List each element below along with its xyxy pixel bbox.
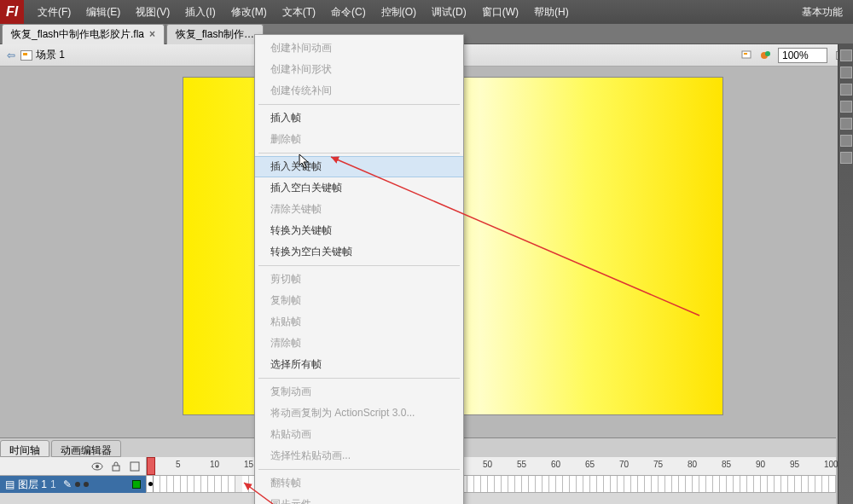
scene-icon	[20, 50, 32, 61]
app-topbar: Fl 文件(F) 编辑(E) 视图(V) 插入(I) 修改(M) 文本(T) 命…	[0, 0, 853, 24]
ctx-item: 创建补间动画	[255, 38, 463, 59]
ctx-item[interactable]: 选择所有帧	[255, 354, 463, 375]
ruler-tick: 75	[653, 460, 663, 469]
menu-command[interactable]: 命令(C)	[324, 2, 373, 23]
menubar: 文件(F) 编辑(E) 视图(V) 插入(I) 修改(M) 文本(T) 命令(C…	[31, 2, 576, 23]
ruler-tick: 65	[585, 460, 595, 469]
context-menu: 创建补间动画创建补间形状创建传统补间插入帧删除帧插入关键帧插入空白关键帧清除关键…	[254, 34, 464, 504]
pencil-icon: ✎	[63, 478, 72, 490]
close-icon[interactable]: ×	[149, 28, 155, 40]
menu-file[interactable]: 文件(F)	[31, 2, 78, 23]
layer-page-icon: ▤	[5, 478, 15, 490]
tab-motion-editor[interactable]: 动画编辑器	[51, 440, 121, 457]
ctx-item[interactable]: 转换为空白关键帧	[255, 241, 463, 263]
ruler-tick: 50	[483, 460, 492, 469]
ctx-item: 将动画复制为 ActionScript 3.0...	[255, 403, 463, 424]
ctx-item: 创建传统补间	[255, 80, 463, 101]
menu-separator	[258, 104, 460, 105]
layer-name[interactable]: ▤ 图层 1 1 ✎	[0, 476, 147, 493]
menu-separator	[258, 378, 460, 379]
panel-chip-icon[interactable]	[840, 49, 852, 61]
menu-text[interactable]: 文本(T)	[276, 2, 322, 23]
ctx-item: 复制帧	[255, 290, 463, 311]
frame-marker[interactable]	[235, 476, 242, 492]
ruler-tick: 95	[790, 460, 799, 469]
outline-color-icon[interactable]	[132, 480, 141, 489]
menu-edit[interactable]: 编辑(E)	[79, 2, 127, 23]
ruler-tick: 55	[517, 460, 526, 469]
menu-modify[interactable]: 修改(M)	[224, 2, 274, 23]
menu-separator	[258, 265, 460, 266]
lock-icon[interactable]	[110, 461, 122, 472]
ctx-item: 删除帧	[255, 129, 463, 150]
app-logo: Fl	[0, 0, 24, 24]
ctx-item: 翻转帧	[255, 472, 463, 494]
workspace-switcher[interactable]: 基本功能	[792, 2, 853, 23]
ruler-tick: 70	[619, 460, 629, 469]
menu-separator	[258, 469, 460, 470]
zoom-input[interactable]	[778, 48, 827, 63]
layer-label: 图层 1	[18, 478, 47, 492]
lock-dot-icon[interactable]	[84, 482, 89, 487]
doc-tab-label: 恢复_flash制作…	[176, 27, 254, 42]
right-panel-dock[interactable]	[838, 44, 853, 504]
layer-index: 1	[50, 478, 56, 490]
edit-scene-icon[interactable]	[740, 49, 754, 62]
ctx-item: 粘贴动画	[255, 424, 463, 445]
svg-point-7	[96, 465, 99, 468]
ruler-tick: 85	[722, 460, 731, 469]
ctx-item: 选择性粘贴动画...	[255, 445, 463, 466]
svg-rect-8	[113, 466, 119, 471]
panel-chip-icon[interactable]	[840, 118, 852, 130]
panel-chip-icon[interactable]	[840, 67, 852, 78]
menu-help[interactable]: 帮助(H)	[527, 2, 576, 23]
svg-rect-9	[131, 462, 139, 471]
ruler-tick: 90	[756, 460, 765, 469]
keyframe[interactable]	[147, 476, 154, 492]
menu-view[interactable]: 视图(V)	[129, 2, 177, 23]
panel-chip-icon[interactable]	[840, 135, 852, 147]
ctx-item: 清除关键帧	[255, 199, 463, 220]
ctx-item[interactable]: 插入空白关键帧	[255, 177, 463, 199]
ruler-tick: 80	[688, 460, 697, 469]
ctx-item: 粘贴帧	[255, 311, 463, 333]
ruler-tick: 10	[210, 460, 219, 469]
outline-icon[interactable]	[129, 461, 141, 472]
ruler-tick: 100	[824, 460, 838, 469]
svg-point-3	[765, 51, 770, 56]
menu-debug[interactable]: 调试(D)	[425, 2, 473, 23]
ctx-item: 同步元件	[255, 494, 463, 504]
edit-symbols-icon[interactable]	[759, 49, 773, 62]
ruler-tick: 60	[551, 460, 560, 469]
menu-window[interactable]: 窗口(W)	[475, 2, 525, 23]
playhead[interactable]	[147, 457, 155, 475]
ctx-item: 剪切帧	[255, 269, 463, 290]
menu-separator	[258, 153, 460, 154]
ctx-item[interactable]: 转换为关键帧	[255, 220, 463, 241]
frames-track[interactable]	[147, 476, 836, 493]
ctx-item: 复制动画	[255, 381, 463, 403]
visible-dot-icon[interactable]	[75, 482, 80, 487]
doc-tab-label: 恢复_flash中制作电影胶片.fla	[11, 27, 144, 42]
frame-ruler[interactable]: 5101520253035404550556065707580859095100	[147, 457, 836, 475]
ruler-tick: 5	[176, 460, 181, 469]
ruler-tick: 15	[244, 460, 253, 469]
scene-label[interactable]: 场景 1	[36, 48, 65, 62]
menu-control[interactable]: 控制(O)	[374, 2, 423, 23]
back-arrow-icon[interactable]: ⇦	[7, 49, 15, 61]
ctx-item: 清除帧	[255, 333, 463, 354]
menu-insert[interactable]: 插入(I)	[178, 2, 222, 23]
panel-chip-icon[interactable]	[840, 101, 852, 113]
doc-tab-0[interactable]: 恢复_flash中制作电影胶片.fla ×	[2, 24, 165, 44]
svg-rect-1	[744, 53, 747, 55]
panel-chip-icon[interactable]	[840, 152, 852, 164]
ctx-item[interactable]: 插入关键帧	[255, 156, 463, 177]
doc-tab-1[interactable]: 恢复_flash制作…	[166, 24, 264, 44]
panel-chip-icon[interactable]	[840, 84, 852, 96]
eye-icon[interactable]	[91, 461, 103, 472]
ctx-item[interactable]: 插入帧	[255, 107, 463, 129]
ctx-item: 创建补间形状	[255, 59, 463, 80]
tab-timeline[interactable]: 时间轴	[0, 440, 49, 457]
